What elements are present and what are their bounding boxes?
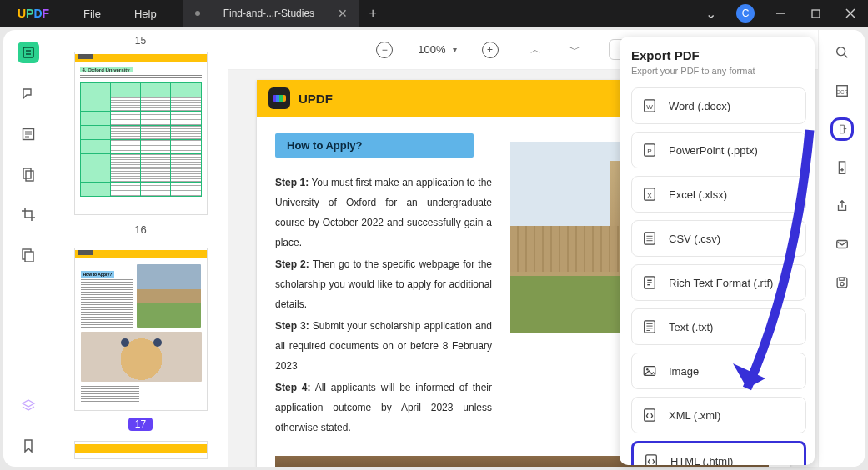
svg-text:X: X — [647, 192, 652, 199]
window-maximize-button[interactable] — [798, 0, 833, 27]
svg-line-16 — [844, 55, 847, 58]
user-avatar[interactable]: C — [728, 0, 763, 27]
thumbnail-page-18[interactable] — [74, 441, 208, 459]
export-option-csv[interactable]: CSV (.csv) — [631, 220, 806, 257]
export-option-xml[interactable]: XML (.xml) — [631, 397, 806, 433]
export-option-excel[interactable]: X Excel (.xlsx) — [631, 176, 806, 212]
svg-rect-44 — [645, 409, 655, 421]
zoom-value[interactable]: 100% — [418, 43, 445, 56]
menu-file[interactable]: File — [67, 8, 118, 20]
zoom-in-button[interactable]: + — [482, 42, 499, 58]
svg-rect-4 — [23, 48, 33, 58]
svg-text:OCR: OCR — [836, 89, 848, 95]
svg-rect-22 — [839, 278, 843, 280]
svg-rect-45 — [646, 455, 657, 465]
titlebar: UPDF File Help Find-and-...r-Studies ✕ +… — [0, 0, 868, 27]
tab-title: Find-and-...r-Studies — [223, 8, 314, 19]
step-4-text: Step 4: All applicants will be informed … — [275, 378, 492, 438]
share-icon[interactable] — [833, 197, 851, 215]
thumb-label-16: 16 — [68, 223, 213, 236]
svg-rect-12 — [26, 171, 33, 181]
page-organize-icon[interactable] — [19, 165, 38, 183]
tab-add-button[interactable]: + — [359, 6, 386, 21]
thumbnail-page-16[interactable]: 4. Oxford University — [74, 52, 208, 215]
powerpoint-file-icon: P — [642, 142, 657, 158]
save-icon[interactable] — [833, 273, 851, 292]
ocr-icon[interactable]: OCR — [833, 82, 851, 100]
export-option-html[interactable]: HTML (.html) — [631, 441, 806, 465]
edit-text-tool-icon[interactable] — [19, 125, 38, 143]
svg-point-43 — [646, 368, 649, 371]
crop-tool-icon[interactable] — [19, 205, 38, 223]
svg-text:P: P — [647, 148, 651, 155]
bookmark-icon[interactable] — [19, 437, 38, 455]
tab-close-button[interactable]: ✕ — [338, 7, 348, 20]
zoom-out-button[interactable]: − — [376, 42, 393, 58]
svg-rect-37 — [645, 321, 655, 332]
image-file-icon — [642, 363, 657, 378]
search-icon[interactable] — [833, 43, 851, 62]
text-file-icon — [642, 319, 657, 334]
excel-file-icon: X — [642, 187, 657, 202]
export-pdf-panel: Export PDF Export your PDF to any format… — [620, 37, 815, 465]
thumbnail-panel: 15 4. Oxford University 16 — [53, 30, 228, 467]
section-heading-how-to-apply: How to Apply? — [275, 133, 474, 158]
reader-mode-icon[interactable] — [18, 42, 39, 63]
xml-file-icon — [642, 408, 657, 422]
svg-point-21 — [840, 282, 843, 286]
export-pdf-icon[interactable] — [833, 120, 851, 138]
tab-modified-indicator-icon — [195, 11, 200, 16]
svg-rect-19 — [836, 241, 847, 248]
step-2-text: Step 2: Then go to the specific webpage … — [275, 254, 492, 314]
rtf-file-icon — [642, 275, 657, 290]
svg-rect-1 — [812, 10, 820, 18]
step-1-text: Step 1: You must first make an applicati… — [275, 172, 492, 252]
updf-logo-text: UPDF — [299, 92, 333, 106]
html-file-icon — [644, 453, 659, 465]
svg-point-15 — [836, 48, 845, 56]
email-icon[interactable] — [833, 235, 851, 253]
page-up-button[interactable]: ︿ — [530, 42, 541, 58]
export-panel-subtitle: Export your PDF to any format — [631, 66, 806, 76]
thumbnail-page-17[interactable]: How to Apply? — [74, 248, 208, 411]
export-option-text[interactable]: Text (.txt) — [631, 308, 806, 345]
comment-tool-icon[interactable] — [19, 85, 38, 103]
svg-rect-11 — [23, 168, 31, 178]
word-file-icon: W — [642, 98, 657, 113]
export-panel-title: Export PDF — [631, 48, 806, 62]
export-option-rtf[interactable]: Rich Text Format (.rtf) — [631, 264, 806, 301]
menu-help[interactable]: Help — [118, 8, 173, 20]
step-3-text: Step 3: Submit your scholarship applicat… — [275, 316, 492, 376]
zoom-dropdown-icon[interactable]: ▾ — [453, 45, 457, 54]
tools-icon[interactable] — [19, 245, 38, 263]
left-tool-rail — [3, 30, 53, 467]
convert-icon[interactable] — [833, 158, 851, 177]
export-option-image[interactable]: Image — [631, 352, 806, 389]
right-tool-rail: OCR — [818, 30, 865, 467]
export-option-powerpoint[interactable]: P PowerPoint (.pptx) — [631, 132, 806, 168]
thumb-label-17-active: 17 — [128, 418, 153, 431]
csv-file-icon — [642, 231, 657, 246]
window-minimize-button[interactable] — [763, 0, 798, 27]
page-down-button[interactable]: ﹀ — [569, 42, 580, 58]
recent-chevron-button[interactable]: ⌄ — [693, 0, 728, 27]
updf-logo-icon — [268, 88, 290, 109]
app-logo: UPDF — [0, 7, 67, 20]
document-tab[interactable]: Find-and-...r-Studies ✕ — [183, 0, 359, 27]
svg-text:W: W — [646, 103, 653, 111]
window-close-button[interactable] — [833, 0, 868, 27]
export-option-word[interactable]: W Word (.docx) — [631, 88, 806, 124]
svg-rect-14 — [25, 252, 33, 262]
layers-icon[interactable] — [19, 397, 38, 415]
thumb-label-15: 15 — [68, 35, 213, 47]
